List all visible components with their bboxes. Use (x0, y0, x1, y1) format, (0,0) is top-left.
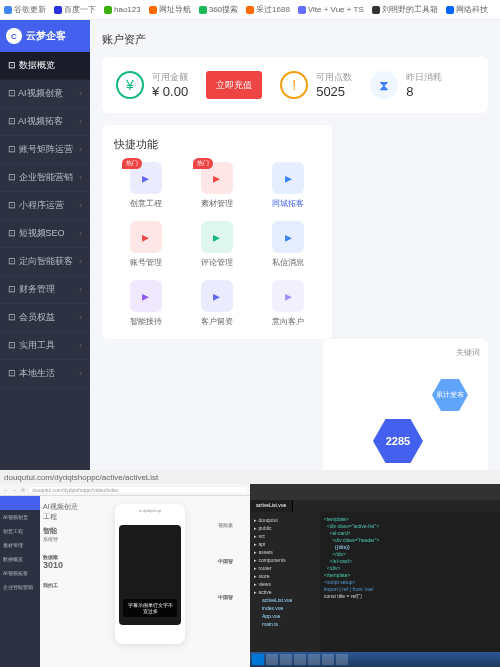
bookmark-item[interactable]: 刘明野的工具箱 (372, 4, 438, 15)
sidebar: C 云梦企客 ⊡ 数据概览⊡ AI视频创意›⊡ AI视频拓客›⊡ 账号矩阵运营›… (0, 20, 90, 470)
hex-cumulative-val: 2285 (373, 419, 423, 463)
points-value: 5025 (316, 84, 352, 99)
windows-taskbar[interactable] (250, 652, 500, 667)
quick-item[interactable]: ▸同城拓客 (257, 162, 320, 209)
bookmark-item[interactable]: 谷歌更新 (4, 4, 46, 15)
quick-item[interactable]: ▸评论管理 (185, 221, 248, 268)
bookmark-bar: 谷歌更新 百度一下 hao123 网址导航 360搜索 采过1688 Vite … (0, 0, 500, 20)
quick-item[interactable]: ▸账号管理 (114, 221, 177, 268)
bookmark-item[interactable]: 网址导航 (149, 4, 191, 15)
balance-value: ¥ 0.00 (152, 84, 188, 99)
code-editor[interactable]: <template> <div class="active-list"> <el… (320, 512, 500, 652)
nav-item[interactable]: ⊡ 本地生活› (0, 360, 90, 388)
start-button[interactable] (252, 654, 264, 665)
account-title: 账户资产 (102, 32, 488, 47)
nav-item[interactable]: ⊡ 小程序运营› (0, 192, 90, 220)
wallet-icon: ¥ (116, 71, 144, 99)
status-url: douqutui.com/dydqtshoppc/active/activeLi… (0, 470, 500, 484)
bookmark-item[interactable]: 360搜索 (199, 4, 238, 15)
vscode-window: activeList.vue ▸ douqutui▸ public▸ src▸ … (250, 484, 500, 667)
taskbar-icon[interactable] (266, 654, 278, 665)
secondary-window: ←→⟳douqutui.com/dydqtshoppc/video/index … (0, 484, 250, 667)
logo-icon: C (6, 28, 22, 44)
stats-card: ¥ 可用金额 ¥ 0.00 立即充值 ! 可用点数 5025 ⧗ 昨日消耗 8 (102, 57, 488, 113)
phone-preview: ● dydqtshop 字幕示例单行文字不宜过多 (115, 504, 185, 644)
bookmark-item[interactable]: 百度一下 (54, 4, 96, 15)
main-content: 账户资产 ¥ 可用金额 ¥ 0.00 立即充值 ! 可用点数 5025 ⧗ (90, 20, 500, 470)
nav-item[interactable]: ⊡ 财务管理› (0, 276, 90, 304)
quick-item[interactable]: 热门▸素材管理 (185, 162, 248, 209)
bookmark-item[interactable]: 采过1688 (246, 4, 290, 15)
quick-item[interactable]: ▸智能接待 (114, 280, 177, 327)
quick-functions: 快捷功能 热门▸创意工程热门▸素材管理▸同城拓客▸账号管理▸评论管理▸私信消息▸… (102, 125, 332, 339)
quick-item[interactable]: ▸私信消息 (257, 221, 320, 268)
bookmark-item[interactable]: Vite + Vue + TS (298, 5, 364, 14)
editor-tab[interactable]: activeList.vue (250, 500, 293, 512)
taskbar-icon[interactable] (280, 654, 292, 665)
nav-item[interactable]: ⊡ 实用工具› (0, 332, 90, 360)
quick-item[interactable]: ▸意向客户 (257, 280, 320, 327)
taskbar-icon[interactable] (322, 654, 334, 665)
nav-item[interactable]: ⊡ AI视频拓客› (0, 108, 90, 136)
taskbar-icon[interactable] (308, 654, 320, 665)
nav-item[interactable]: ⊡ 短视频SEO› (0, 220, 90, 248)
hourglass-icon: ⧗ (370, 71, 398, 99)
nav-item[interactable]: ⊡ 企业智能营销› (0, 164, 90, 192)
nav-item[interactable]: ⊡ 账号矩阵运营› (0, 136, 90, 164)
quick-item[interactable]: 热门▸创意工程 (114, 162, 177, 209)
nav-item[interactable]: ⊡ 定向智能获客› (0, 248, 90, 276)
recharge-button[interactable]: 立即充值 (206, 71, 262, 99)
bookmark-item[interactable]: 网络科技 (446, 4, 488, 15)
nav-item[interactable]: ⊡ 会员权益› (0, 304, 90, 332)
nav-item[interactable]: ⊡ AI视频创意› (0, 80, 90, 108)
mini-sidebar: AI视频创意创意工程素材管理数据概览AI视频拓客企业智能营销 (0, 496, 40, 667)
file-explorer[interactable]: ▸ douqutui▸ public▸ src▸ api▸ assets▸ co… (250, 512, 320, 652)
bookmark-item[interactable]: hao123 (104, 5, 141, 14)
logo[interactable]: C 云梦企客 (0, 20, 90, 52)
data-visualization: 关键词 累计发布 2285 今日发布 0 抖 小程序数量 (323, 339, 488, 470)
nav-item[interactable]: ⊡ 数据概览 (0, 52, 90, 80)
hex-cumulative: 累计发布 (432, 379, 468, 411)
caption-preview: 字幕示例单行文字不宜过多 (123, 599, 177, 617)
vscode-titlebar (250, 484, 500, 500)
mini-browser-bar: ←→⟳douqutui.com/dydqtshoppc/video/index (0, 484, 250, 496)
taskbar-icon[interactable] (294, 654, 306, 665)
quick-item[interactable]: ▸客户留资 (185, 280, 248, 327)
points-icon: ! (280, 71, 308, 99)
yesterday-value: 8 (406, 84, 442, 99)
taskbar-icon[interactable] (336, 654, 348, 665)
